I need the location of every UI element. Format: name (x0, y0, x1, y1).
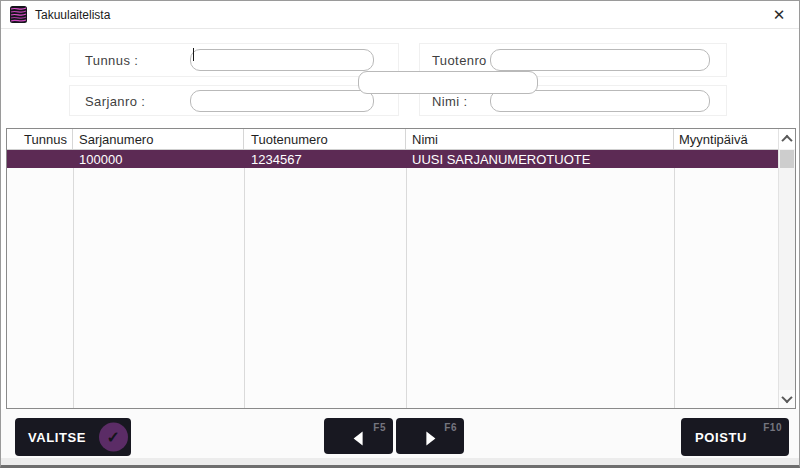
sarjanro-input[interactable] (190, 90, 374, 112)
arrow-right-icon (426, 432, 435, 446)
valitse-button[interactable]: VALITSE ✓ (15, 418, 131, 456)
sarjanro-label: Sarjanro : (85, 93, 145, 108)
window-bottom-strip (1, 458, 799, 465)
warranty-device-table: Tunnus Sarjanumero Tuotenumero Nimi Myyn… (6, 128, 796, 409)
cell-myyntipaiva (674, 150, 778, 168)
window-title: Takuulaitelista (35, 8, 110, 22)
table-header-row: Tunnus Sarjanumero Tuotenumero Nimi Myyn… (7, 129, 778, 150)
scrollbar-thumb[interactable] (780, 150, 794, 168)
tunnus-label: Tunnus : (85, 53, 138, 68)
unlabeled-input[interactable] (358, 71, 538, 94)
scroll-up-icon (781, 135, 792, 146)
takuulaitelista-dialog: Takuulaitelista ✕ Tunnus : Tuotenro : Sa… (0, 0, 800, 468)
f10-key-label: F10 (763, 422, 782, 433)
cell-tuotenumero: 1234567 (244, 150, 406, 168)
cell-sarjanumero: 100000 (73, 150, 244, 168)
cell-tunnus (7, 150, 73, 168)
cell-nimi: UUSI SARJANUMEROTUOTE (406, 150, 674, 168)
poistu-button[interactable]: POISTU F10 (681, 418, 789, 456)
column-header-sarjanumero[interactable]: Sarjanumero (73, 129, 244, 149)
close-icon[interactable]: ✕ (768, 1, 790, 29)
sarjanro-field-group: Sarjanro : (69, 85, 399, 116)
f6-key-label: F6 (444, 422, 457, 433)
tunnus-field-group: Tunnus : (69, 43, 399, 77)
scroll-down-icon (781, 392, 792, 403)
title-bar: Takuulaitelista ✕ (1, 1, 799, 29)
table-row-selected[interactable]: 100000 1234567 UUSI SARJANUMEROTUOTE (7, 150, 778, 168)
tuotenro-label: Tuotenro : (432, 53, 495, 68)
vertical-scrollbar[interactable] (778, 129, 795, 408)
checkmark-icon: ✓ (99, 423, 128, 452)
previous-button[interactable]: F5 (324, 418, 393, 454)
column-header-nimi[interactable]: Nimi (406, 129, 674, 149)
table-empty-area (7, 168, 778, 408)
text-cursor (193, 48, 194, 61)
button-bar: VALITSE ✓ F5 F6 POISTU F10 (1, 409, 799, 465)
arrow-left-icon (353, 432, 362, 446)
tuotenro-input[interactable] (490, 49, 710, 71)
scroll-down-button[interactable] (779, 390, 795, 408)
app-wave-logo-icon (10, 6, 27, 23)
valitse-button-label: VALITSE (28, 430, 86, 445)
f5-key-label: F5 (373, 422, 386, 433)
nimi-label: Nimi : (432, 93, 468, 108)
column-header-tunnus[interactable]: Tunnus (7, 129, 73, 149)
next-button[interactable]: F6 (396, 418, 464, 454)
column-header-myyntipaiva[interactable]: Myyntipäivä (674, 129, 778, 149)
scroll-up-button[interactable] (779, 129, 795, 149)
tunnus-input[interactable] (190, 49, 374, 71)
column-header-tuotenumero[interactable]: Tuotenumero (244, 129, 406, 149)
poistu-button-label: POISTU (695, 430, 747, 445)
